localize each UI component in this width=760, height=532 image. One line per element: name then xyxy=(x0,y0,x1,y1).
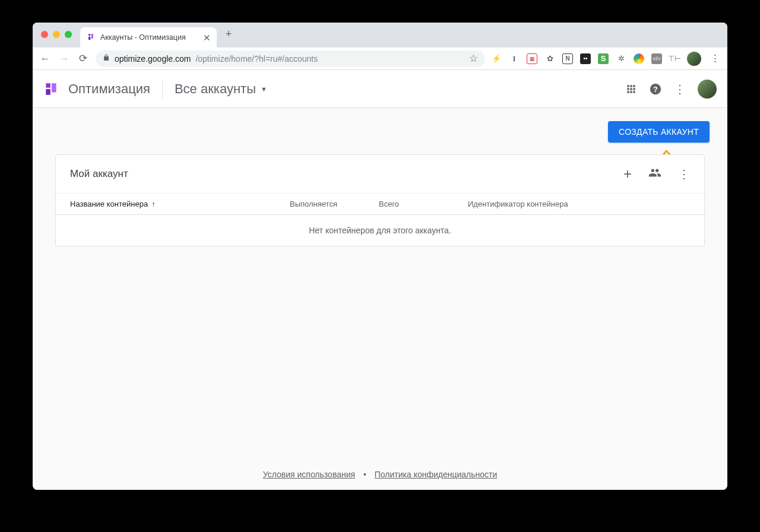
table-header-row: Название контейнера ↑ Выполняется Всего … xyxy=(56,193,704,215)
bookmark-star-icon[interactable]: ☆ xyxy=(469,52,478,65)
ext-icon-8[interactable]: ✲ xyxy=(616,53,626,64)
create-account-button[interactable]: СОЗДАТЬ АККАУНТ xyxy=(608,121,710,142)
forward-button[interactable]: → xyxy=(58,53,71,65)
svg-text:?: ? xyxy=(653,84,658,93)
tabstrip: Аккаунты - Оптимизация ✕ + xyxy=(33,23,727,48)
ext-icon-4[interactable]: ✿ xyxy=(544,53,555,64)
lock-icon xyxy=(103,54,110,63)
col-container-id[interactable]: Идентификатор контейнера xyxy=(468,200,598,208)
account-switch-label: Все аккаунты xyxy=(175,81,256,97)
card-overflow-icon[interactable]: ⋮ xyxy=(678,167,690,181)
address-bar[interactable]: optimize.google.com/optimize/home/?hl=ru… xyxy=(96,50,485,67)
chrome-menu-icon[interactable]: ⋮ xyxy=(708,52,721,65)
sort-arrow-up-icon: ↑ xyxy=(151,200,156,208)
reload-button[interactable]: ⟳ xyxy=(77,52,90,65)
col-container-name[interactable]: Название контейнера ↑ xyxy=(70,200,290,208)
ext-icon-11[interactable]: ⊤⊢ xyxy=(669,53,680,64)
privacy-link[interactable]: Политика конфиденциальности xyxy=(375,470,498,479)
ext-icon-1[interactable]: ⚡ xyxy=(491,53,502,64)
ext-icon-7[interactable]: S xyxy=(598,53,609,64)
tab-title: Аккаунты - Оптимизация xyxy=(100,33,186,42)
page-content: СОЗДАТЬ АККАУНТ Мой аккаунт + ⋮ Название… xyxy=(33,108,727,490)
browser-tab[interactable]: Аккаунты - Оптимизация ✕ xyxy=(80,27,217,48)
help-icon[interactable]: ? xyxy=(649,83,662,96)
chrome-profile-avatar[interactable] xyxy=(687,52,701,66)
close-tab-icon[interactable]: ✕ xyxy=(203,33,211,42)
divider xyxy=(162,80,163,98)
browser-toolbar: ← → ⟳ optimize.google.com/optimize/home/… xyxy=(33,48,727,70)
ext-icon-3[interactable]: ▦ xyxy=(527,53,537,64)
ext-icon-10[interactable]: </> xyxy=(651,53,662,64)
terms-link[interactable]: Условия использования xyxy=(263,470,355,479)
ext-icon-6[interactable]: •• xyxy=(580,53,591,64)
apps-grid-icon[interactable] xyxy=(625,83,637,95)
url-path: /optimize/home/?hl=ru#/accounts xyxy=(195,54,318,64)
product-name: Оптимизация xyxy=(68,81,150,97)
footer: Условия использования • Политика конфиде… xyxy=(33,470,727,479)
ext-icon-5[interactable]: N xyxy=(562,53,573,64)
extension-icons: ⚡ I ▦ ✿ N •• S ✲ </> ⊤⊢ ⋮ xyxy=(491,52,721,66)
account-card: Мой аккаунт + ⋮ Название контейнера ↑ Вы… xyxy=(55,154,705,246)
ext-icon-9[interactable] xyxy=(634,53,644,64)
separator-dot: • xyxy=(363,470,366,479)
ext-icon-2[interactable]: I xyxy=(509,53,520,64)
minimize-window[interactable] xyxy=(53,31,60,38)
url-host: optimize.google.com xyxy=(115,54,191,64)
optimize-logo-icon xyxy=(43,81,59,97)
account-name: Мой аккаунт xyxy=(70,168,128,180)
overflow-menu-icon[interactable]: ⋮ xyxy=(674,82,686,96)
optimize-favicon-icon xyxy=(86,33,96,42)
browser-window: Аккаунты - Оптимизация ✕ + ← → ⟳ optimiz… xyxy=(33,23,727,490)
col-total[interactable]: Всего xyxy=(379,200,468,208)
card-header: Мой аккаунт + ⋮ xyxy=(56,155,704,193)
col-running[interactable]: Выполняется xyxy=(290,200,379,208)
maximize-window[interactable] xyxy=(65,31,72,38)
window-controls xyxy=(41,31,72,38)
empty-state-message: Нет контейнеров для этого аккаунта. xyxy=(56,215,704,246)
manage-users-icon[interactable] xyxy=(648,166,661,182)
chevron-down-icon: ▼ xyxy=(261,86,267,93)
col-container-name-label: Название контейнера xyxy=(70,200,148,208)
app-header: Оптимизация Все аккаунты ▼ ? ⋮ xyxy=(33,70,727,108)
new-tab-button[interactable]: + xyxy=(220,28,237,43)
user-avatar[interactable] xyxy=(698,80,717,99)
close-window[interactable] xyxy=(41,31,48,38)
add-container-icon[interactable]: + xyxy=(623,166,632,182)
back-button[interactable]: ← xyxy=(39,53,52,65)
account-switcher[interactable]: Все аккаунты ▼ xyxy=(175,81,267,97)
